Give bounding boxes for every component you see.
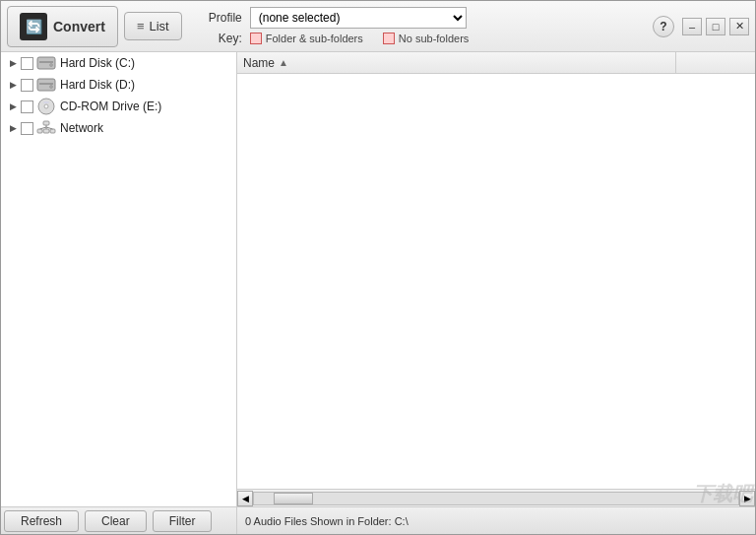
tree-toggle-c[interactable]: ▶ (5, 55, 21, 71)
status-bar: Refresh Clear Filter 0 Audio Files Shown… (1, 506, 755, 534)
col-name-label: Name (243, 56, 275, 70)
status-buttons: Refresh Clear Filter (1, 507, 237, 534)
minimize-button[interactable]: – (682, 18, 702, 35)
scroll-left-button[interactable]: ◀ (237, 491, 253, 506)
minimize-icon: – (689, 21, 695, 33)
tree-toggle-d[interactable]: ▶ (5, 77, 21, 93)
folder-subfolder-label: Folder & sub-folders (266, 33, 363, 44)
filter-button[interactable]: Filter (153, 510, 213, 532)
profile-section: Profile (none selected) Key: Folder & su… (208, 7, 470, 45)
refresh-button[interactable]: Refresh (4, 510, 79, 532)
svg-point-5 (50, 86, 53, 89)
no-subfolders-key: No sub-folders (383, 33, 470, 44)
main-content: ▶ Hard Disk (C:) ▶ Hard Dis (1, 52, 755, 506)
folder-subfolder-key: Folder & sub-folders (250, 33, 363, 44)
tree-checkbox-d[interactable] (21, 79, 33, 92)
clear-button[interactable]: Clear (85, 510, 147, 532)
key-row: Key: Folder & sub-folders No sub-folders (208, 32, 470, 45)
svg-point-8 (43, 101, 49, 103)
tree-item-harddisk-d[interactable]: ▶ Hard Disk (D:) (1, 74, 236, 96)
scroll-track[interactable] (253, 492, 739, 505)
svg-point-7 (44, 104, 48, 108)
restore-button[interactable]: □ (706, 18, 725, 35)
tree-toggle-e[interactable]: ▶ (5, 99, 21, 114)
tree-label-c: Hard Disk (C:) (60, 56, 135, 70)
harddisk-d-icon (36, 77, 56, 93)
svg-rect-1 (39, 61, 53, 63)
help-button[interactable]: ? (653, 16, 674, 37)
profile-select[interactable]: (none selected) (250, 7, 467, 29)
tree-checkbox-network[interactable] (21, 122, 33, 135)
tree-label-d: Hard Disk (D:) (60, 78, 135, 92)
left-panel: ▶ Hard Disk (C:) ▶ Hard Dis (1, 52, 237, 506)
horizontal-scrollbar[interactable]: ◀ ▶ (237, 489, 755, 506)
restore-icon: □ (713, 21, 720, 33)
status-text: 0 Audio Files Shown in Folder: C:\ (237, 507, 755, 534)
convert-icon: 🔄 (20, 13, 47, 40)
title-bar-right: ? – □ ✕ (653, 16, 749, 37)
svg-rect-9 (43, 121, 49, 125)
list-label: List (150, 19, 169, 33)
sort-arrow-icon: ▲ (279, 57, 288, 68)
file-list-header: Name ▲ (237, 52, 755, 74)
scroll-right-button[interactable]: ▶ (739, 491, 755, 506)
folder-subfolder-checkbox (250, 33, 262, 44)
close-icon: ✕ (735, 20, 744, 33)
file-list-content[interactable] (237, 74, 755, 489)
svg-rect-4 (39, 83, 53, 85)
list-icon: ≡ (137, 19, 145, 33)
harddisk-c-icon (36, 55, 56, 71)
network-icon (36, 120, 56, 136)
profile-row: Profile (none selected) (208, 7, 470, 29)
profile-label: Profile (208, 11, 242, 25)
help-icon: ? (660, 20, 666, 33)
tree-toggle-network[interactable]: ▶ (5, 120, 21, 136)
tree-label-e: CD-ROM Drive (E:) (60, 100, 161, 113)
col-other-header[interactable] (676, 52, 755, 73)
key-label: Key: (208, 32, 242, 45)
cdrom-e-icon (36, 99, 56, 114)
col-name-header[interactable]: Name ▲ (237, 52, 676, 73)
svg-point-2 (50, 64, 53, 67)
right-panel: Name ▲ ◀ ▶ (237, 52, 755, 506)
title-bar-left: 🔄 Convert ≡ List Profile (none selected)… (7, 6, 653, 47)
close-button[interactable]: ✕ (729, 18, 749, 35)
list-button[interactable]: ≡ List (124, 12, 182, 40)
tree-item-cdrom-e[interactable]: ▶ CD-ROM Drive (E:) (1, 96, 236, 117)
tree-item-harddisk-c[interactable]: ▶ Hard Disk (C:) (1, 52, 236, 74)
title-bar: 🔄 Convert ≡ List Profile (none selected)… (1, 1, 755, 52)
svg-rect-11 (43, 129, 49, 133)
convert-label: Convert (53, 19, 105, 34)
no-subfolders-checkbox (383, 33, 395, 44)
tree-checkbox-e[interactable] (21, 100, 33, 113)
tree-label-network: Network (60, 121, 103, 135)
no-subfolders-label: No sub-folders (399, 33, 470, 44)
tree-checkbox-c[interactable] (21, 57, 33, 70)
tree-item-network[interactable]: ▶ Network (1, 117, 236, 139)
scroll-thumb[interactable] (274, 493, 313, 504)
status-message: 0 Audio Files Shown in Folder: C:\ (245, 515, 409, 527)
svg-rect-12 (50, 129, 55, 133)
convert-button[interactable]: 🔄 Convert (7, 6, 118, 47)
svg-rect-10 (37, 129, 42, 133)
